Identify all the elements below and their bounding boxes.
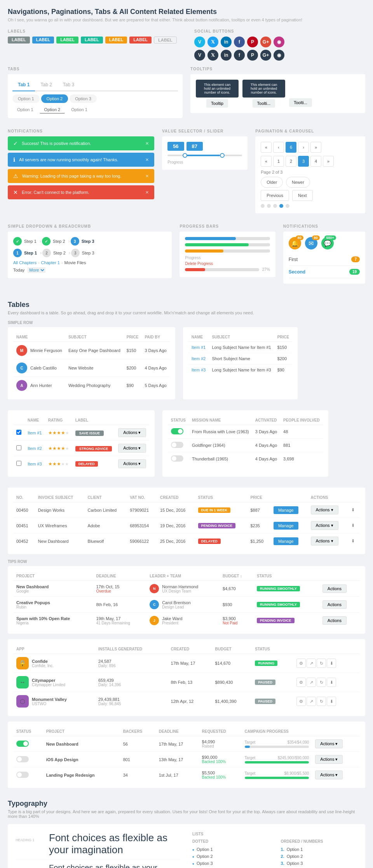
social-twitter-btn[interactable]: 𝕏 xyxy=(207,37,218,47)
page-older-btn[interactable]: Older xyxy=(261,177,283,188)
app-share-btn-3[interactable]: ↗ xyxy=(307,697,316,706)
check-item1[interactable] xyxy=(16,430,21,435)
page-dot-1[interactable] xyxy=(261,204,265,208)
app-more-btn-3[interactable]: ⬇ xyxy=(327,697,336,706)
more-select[interactable]: More xyxy=(28,267,45,273)
page-next[interactable]: › xyxy=(298,142,309,153)
social-dark-pinterest-btn[interactable]: P xyxy=(247,50,258,61)
social-dark-facebook-btn[interactable]: f xyxy=(234,50,245,61)
toggle-3[interactable] xyxy=(171,455,183,462)
page-last[interactable]: » xyxy=(310,142,321,153)
social-dark-instagram-btn[interactable]: ◉ xyxy=(274,50,284,61)
tab-1[interactable]: Tab 1 xyxy=(12,79,35,91)
page-newer-btn[interactable]: Newer xyxy=(286,177,310,188)
actions-inv-2[interactable]: Actions ▾ xyxy=(311,521,338,530)
download-icon-3[interactable]: ⬇ xyxy=(351,539,355,543)
social-vimeo-btn[interactable]: V xyxy=(194,37,205,47)
sub-tab-1[interactable]: Option 1 xyxy=(12,106,38,113)
page2-last[interactable]: » xyxy=(323,156,334,167)
actions-inv-1[interactable]: Actions ▾ xyxy=(311,505,338,514)
range-thumb-left[interactable] xyxy=(183,153,187,158)
page-prev[interactable]: ‹ xyxy=(273,142,284,153)
manage-btn-2[interactable]: Manage xyxy=(274,522,298,530)
tooltip-btn-3[interactable]: Toolti... xyxy=(289,98,312,107)
page-dot-5[interactable] xyxy=(286,204,289,208)
check-item3[interactable] xyxy=(16,461,21,466)
actions-campaign-1[interactable]: Actions ▾ xyxy=(315,739,343,748)
actions-campaign-3[interactable]: Actions ▾ xyxy=(315,770,343,779)
actions-btn-r1[interactable]: Actions ▾ xyxy=(118,428,146,437)
tooltip-btn-2[interactable]: Toolti... xyxy=(253,99,275,108)
social-linkedin-btn[interactable]: in xyxy=(221,37,232,47)
notif-warning-close[interactable]: ✕ xyxy=(145,174,149,179)
social-dark-linkedin-btn[interactable]: in xyxy=(221,50,232,61)
pill-option3[interactable]: Option 3 xyxy=(70,94,97,103)
app-gear-btn-2[interactable]: ⚙ xyxy=(296,678,306,687)
page2-first[interactable]: « xyxy=(261,156,272,167)
notif-info-close[interactable]: ✕ xyxy=(145,157,149,162)
page-dot-2[interactable] xyxy=(267,204,271,208)
notif-danger-close[interactable]: ✕ xyxy=(145,190,149,195)
tooltip-btn-1[interactable]: Tooltip xyxy=(206,99,228,108)
page-dot-3[interactable] xyxy=(273,204,277,208)
social-instagram-btn[interactable]: ◉ xyxy=(274,37,284,47)
app-refresh-btn-1[interactable]: ↻ xyxy=(317,659,326,668)
page2-1[interactable]: 1 xyxy=(273,156,284,167)
app-share-btn-2[interactable]: ↗ xyxy=(307,678,316,687)
download-icon-1[interactable]: ⬇ xyxy=(351,507,355,512)
page-previous-btn[interactable]: Previous xyxy=(261,190,289,201)
page-dot-4[interactable] xyxy=(279,204,283,208)
pill-option1[interactable]: Option 1 xyxy=(12,94,40,103)
actions-campaign-2[interactable]: Actions ▾ xyxy=(315,755,343,764)
table-row: Item #3 Long Subject Name for Item #3 $9… xyxy=(188,364,293,376)
range-bar[interactable] xyxy=(167,155,242,156)
app-more-btn-2[interactable]: ⬇ xyxy=(327,678,336,687)
social-dark-twitter-btn[interactable]: 𝕏 xyxy=(207,50,218,61)
range-thumb-right[interactable] xyxy=(220,153,225,158)
actions-btn-r3[interactable]: Actions ▾ xyxy=(118,459,146,468)
manage-btn-1[interactable]: Manage xyxy=(274,506,298,514)
app-refresh-btn-3[interactable]: ↻ xyxy=(317,697,326,706)
social-dark-google-btn[interactable]: G+ xyxy=(260,50,271,61)
page2-2[interactable]: 2 xyxy=(286,156,296,167)
manage-btn-3[interactable]: Manage xyxy=(274,537,298,545)
actions-btn-r2[interactable]: Actions ▾ xyxy=(118,444,146,453)
sub-tab-2[interactable]: Option 2 xyxy=(40,106,65,113)
toggle-1[interactable] xyxy=(171,428,183,434)
pill-option2[interactable]: Option 2 xyxy=(41,94,68,103)
check-item2[interactable] xyxy=(16,445,21,450)
toggle-c2[interactable] xyxy=(16,756,29,762)
app-refresh-btn-2[interactable]: ↻ xyxy=(317,678,326,687)
social-pinterest-btn[interactable]: P xyxy=(247,37,258,47)
bc-all-chapters[interactable]: All Chapters xyxy=(13,260,37,265)
tab-2[interactable]: Tab 2 xyxy=(35,79,57,91)
step3-inactive: 3 Step 3 xyxy=(71,237,97,246)
actions-tips-2[interactable]: Actions xyxy=(322,600,347,609)
tab-3[interactable]: Tab 3 xyxy=(58,79,80,91)
app-more-btn-1[interactable]: ⬇ xyxy=(327,659,336,668)
page2-3[interactable]: 3 xyxy=(298,156,309,167)
page-6[interactable]: 6 xyxy=(286,142,296,153)
page-next-btn[interactable]: Next xyxy=(292,190,313,201)
download-icon-2[interactable]: ⬇ xyxy=(351,523,355,528)
page2-4[interactable]: 4 xyxy=(310,156,321,167)
toggle-c1[interactable] xyxy=(16,741,29,747)
actions-tips-1[interactable]: Actions xyxy=(322,584,347,593)
th-deadline-t: Deadline xyxy=(93,572,147,581)
app-gear-btn-3[interactable]: ⚙ xyxy=(296,697,306,706)
social-facebook-btn[interactable]: f xyxy=(234,37,245,47)
page-first[interactable]: « xyxy=(261,142,272,153)
sub-tab-3[interactable]: Option 1 xyxy=(66,106,92,113)
actions-inv-3[interactable]: Actions ▾ xyxy=(311,537,338,546)
td-backers-3: 34 xyxy=(120,767,156,783)
actions-tips-3[interactable]: Actions xyxy=(322,616,347,625)
notif-success-close[interactable]: ✕ xyxy=(145,141,149,146)
social-dark-vimeo-btn[interactable]: V xyxy=(194,50,205,61)
bc-chapter1[interactable]: Chapter 1 xyxy=(41,260,60,265)
app-share-btn-1[interactable]: ↗ xyxy=(307,659,316,668)
toggle-2[interactable] xyxy=(171,442,183,448)
td-created-a1: 17th May, 17 xyxy=(168,654,212,673)
toggle-c3[interactable] xyxy=(16,772,29,778)
social-google-btn[interactable]: G+ xyxy=(260,37,271,47)
app-gear-btn-1[interactable]: ⚙ xyxy=(296,659,306,668)
